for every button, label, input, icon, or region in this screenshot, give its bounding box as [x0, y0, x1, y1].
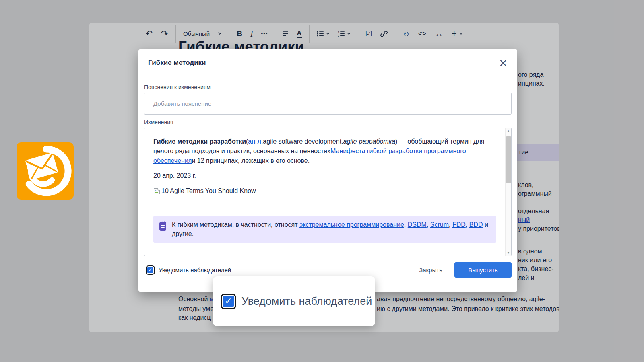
changes-content: Гибкие методики разработки(англ.agile so… — [144, 128, 505, 256]
close-button[interactable]: Закрыть — [419, 267, 442, 274]
close-icon[interactable]: × — [499, 58, 508, 68]
changes-preview: Гибкие методики разработки(англ.agile so… — [144, 128, 512, 256]
image-alt-text: 10 Agile Terms You Should Know — [161, 186, 256, 196]
magnifier-overlay: ✓ Уведомить наблюдателей — [213, 276, 375, 326]
dialog-header: Гибкие методики × — [138, 49, 517, 76]
notify-watchers-label-magnified: Уведомить наблюдателей — [242, 295, 372, 308]
publish-button[interactable]: Выпустить — [454, 262, 512, 278]
dialog-title: Гибкие методики — [148, 59, 206, 67]
broken-image-placeholder: 10 Agile Terms You Should Know — [153, 186, 496, 196]
intro-paragraph: Гибкие методики разработки(англ.agile so… — [153, 137, 496, 166]
notify-watchers-checkbox-magnified[interactable]: ✓ — [223, 296, 234, 307]
changes-scrollbar[interactable]: ▲ ▼ — [505, 128, 511, 256]
xp-link[interactable]: экстремальное программирование — [299, 221, 404, 228]
note-panel: К гибким методикам, в частности, относят… — [153, 216, 496, 243]
broken-image-icon — [153, 188, 160, 195]
explanation-label: Пояснения к изменениям — [144, 84, 211, 90]
date-text: 20 апр. 2023 г. — [153, 171, 496, 181]
scrollbar-thumb[interactable] — [506, 136, 511, 183]
scroll-down-icon[interactable]: ▼ — [506, 251, 511, 255]
mail-app-icon[interactable] — [17, 142, 74, 200]
publish-dialog: Гибкие методики × Пояснения к изменениям… — [138, 49, 517, 292]
notify-watchers-checkbox[interactable]: ✓ — [147, 267, 153, 273]
changes-label: Изменения — [144, 119, 173, 125]
dsdm-link[interactable]: DSDM — [408, 221, 427, 228]
envelope-swoosh-icon — [17, 142, 74, 200]
desktop-background: ↶ ↷ Обычный B I ••• A — [0, 0, 644, 362]
bdd-link[interactable]: BDD — [469, 221, 483, 228]
explanation-input[interactable] — [144, 93, 512, 115]
fdd-link[interactable]: FDD — [452, 221, 466, 228]
note-panel-icon — [159, 221, 167, 231]
scroll-up-icon[interactable]: ▲ — [506, 129, 511, 133]
lang-link[interactable]: англ. — [248, 138, 263, 145]
notify-watchers-label: Уведомить наблюдателей — [159, 267, 231, 274]
scrum-link[interactable]: Scrum — [430, 221, 449, 228]
